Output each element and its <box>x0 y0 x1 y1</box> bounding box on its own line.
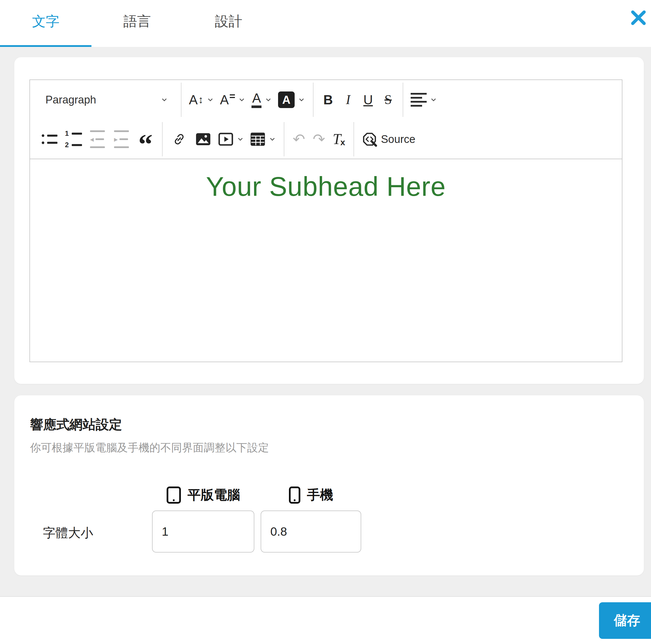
image-icon <box>195 132 211 146</box>
phone-font-size-input[interactable] <box>260 511 361 553</box>
link-icon <box>172 132 187 147</box>
toolbar-separator <box>284 122 284 156</box>
redo-icon: ↷ <box>313 132 325 147</box>
strikethrough-icon: S <box>384 93 392 106</box>
dialog-footer: 儲存 <box>0 596 651 644</box>
indent-button[interactable]: ▸ <box>110 123 133 156</box>
numbered-list-button[interactable]: 1 2 <box>61 123 86 156</box>
text-edit-dialog: 文字 語言 設計 Paragraph A↕ <box>0 0 651 644</box>
save-button[interactable]: 儲存 <box>599 602 651 639</box>
chevron-down-icon <box>160 96 168 104</box>
source-code-icon <box>362 131 377 147</box>
table-icon <box>250 132 266 146</box>
phone-column-header: 手機 <box>260 486 361 504</box>
phone-column-label: 手機 <box>307 486 333 504</box>
settings-title: 響應式網站設定 <box>30 416 122 434</box>
underline-button[interactable]: U <box>358 83 378 116</box>
toolbar-separator <box>162 122 163 156</box>
chevron-down-icon <box>298 96 306 104</box>
font-size-icon: A↕ <box>189 93 204 106</box>
font-color-button[interactable]: A <box>249 83 275 116</box>
background-color-icon: A <box>278 91 294 108</box>
font-size-button[interactable]: A↕ <box>186 83 217 116</box>
font-size-row-label: 字體大小 <box>43 524 93 541</box>
link-button[interactable] <box>167 123 191 156</box>
italic-button[interactable]: I <box>338 83 358 116</box>
numbered-list-icon: 1 2 <box>65 130 82 148</box>
chevron-down-icon <box>265 96 272 104</box>
editor-card: Paragraph A↕ A <box>14 57 644 384</box>
source-button-label: Source <box>381 133 415 146</box>
indent-icon: ▸ <box>114 130 129 148</box>
outdent-icon: ◂ <box>90 130 105 148</box>
font-family-button[interactable]: A <box>217 83 249 116</box>
close-button[interactable] <box>630 9 647 26</box>
chevron-down-icon <box>206 96 214 104</box>
align-left-icon <box>411 93 427 106</box>
subhead-text: Your Subhead Here <box>30 171 622 202</box>
background-color-button[interactable]: A <box>275 83 308 116</box>
toolbar-separator <box>403 83 403 117</box>
toolbar-row-1: Paragraph A↕ A <box>37 80 614 120</box>
toolbar-separator <box>353 122 354 156</box>
chevron-down-icon <box>238 96 246 104</box>
bulleted-list-button[interactable] <box>37 123 61 156</box>
remove-format-button[interactable]: Tx <box>329 123 349 156</box>
blockquote-button[interactable]: “ <box>133 123 157 156</box>
chevron-down-icon <box>236 135 244 143</box>
remove-format-icon: Tx <box>333 132 345 147</box>
tablet-font-size-input[interactable] <box>152 511 254 553</box>
font-color-icon: A <box>251 91 261 108</box>
insert-media-button[interactable] <box>215 123 247 156</box>
align-button[interactable] <box>408 83 440 116</box>
redo-button[interactable]: ↷ <box>309 123 329 156</box>
tab-language[interactable]: 語言 <box>91 0 183 47</box>
tab-text[interactable]: 文字 <box>0 0 91 47</box>
tab-design-label: 設計 <box>215 12 242 31</box>
tablet-icon <box>166 487 181 504</box>
toolbar-separator <box>313 83 313 117</box>
tab-language-label: 語言 <box>123 12 151 31</box>
bulleted-list-icon <box>42 134 57 144</box>
outdent-button[interactable]: ◂ <box>86 123 110 156</box>
source-button[interactable]: Source <box>359 123 418 156</box>
tab-design[interactable]: 設計 <box>183 0 274 47</box>
close-icon <box>630 10 646 26</box>
tablet-column-label: 平版電腦 <box>187 486 240 504</box>
tablet-column-header: 平版電腦 <box>152 486 254 504</box>
toolbar-separator <box>181 83 182 117</box>
rich-text-editor: Paragraph A↕ A <box>29 80 622 362</box>
strikethrough-button[interactable]: S <box>378 83 398 116</box>
tab-bar: 文字 語言 設計 <box>0 0 651 47</box>
chevron-down-icon <box>268 135 276 143</box>
responsive-settings-card: 響應式網站設定 你可根據平版電腦及手機的不同界面調整以下設定 平版電腦 手機 字… <box>14 395 644 575</box>
phone-icon <box>289 487 301 504</box>
toolbar-row-2: 1 2 ◂ ▸ <box>37 120 614 159</box>
bold-icon: B <box>323 93 333 106</box>
font-family-icon: A <box>220 93 235 106</box>
chevron-down-icon <box>430 96 437 104</box>
tab-text-label: 文字 <box>32 12 59 31</box>
settings-subtitle: 你可根據平版電腦及手機的不同界面調整以下設定 <box>30 440 269 455</box>
undo-button[interactable]: ↶ <box>289 123 309 156</box>
editor-content-area[interactable]: Your Subhead Here <box>30 159 622 362</box>
insert-image-button[interactable] <box>191 123 215 156</box>
bold-button[interactable]: B <box>318 83 338 116</box>
italic-icon: I <box>346 93 350 106</box>
underline-icon: U <box>363 93 373 106</box>
blockquote-icon: “ <box>138 136 153 152</box>
insert-table-button[interactable] <box>247 123 279 156</box>
undo-icon: ↶ <box>292 132 305 147</box>
paragraph-style-value: Paragraph <box>45 94 96 106</box>
media-icon <box>218 132 234 146</box>
editor-toolbar: Paragraph A↕ A <box>30 80 622 159</box>
paragraph-style-dropdown[interactable]: Paragraph <box>37 83 176 116</box>
